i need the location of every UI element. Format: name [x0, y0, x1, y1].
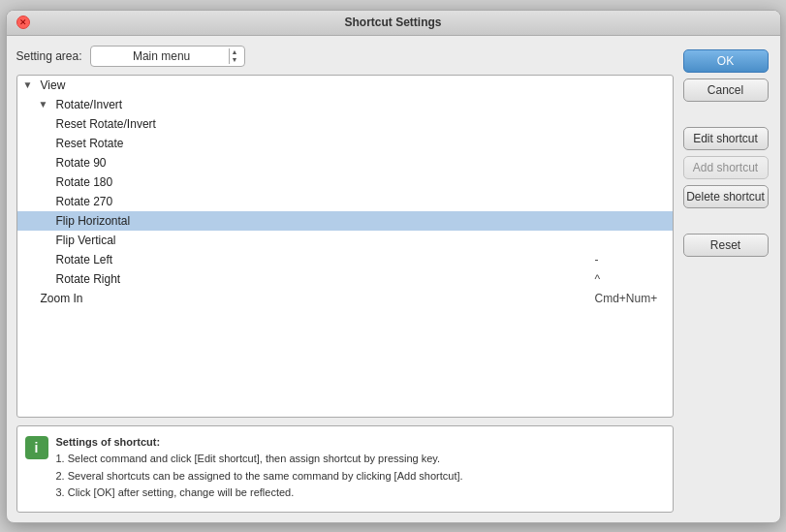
expand-arrow-view: ▼ — [21, 79, 35, 90]
rotate-180-label: Rotate 180 — [52, 175, 595, 189]
right-panel: OK Cancel Edit shortcut Add shortcut Del… — [683, 46, 770, 513]
spinner-down[interactable]: ▼ — [232, 56, 238, 64]
edit-shortcut-button[interactable]: Edit shortcut — [683, 127, 769, 150]
tree-item-flip-vertical[interactable]: Flip Vertical — [17, 231, 673, 250]
zoom-in-label: Zoom In — [37, 292, 595, 305]
shortcut-settings-window: ✕ Shortcut Settings Setting area: Main m… — [6, 10, 781, 523]
tree-item-rotate-left[interactable]: Rotate Left - — [17, 250, 673, 269]
tree-item-view[interactable]: ▼ View — [17, 76, 673, 95]
spinner-up[interactable]: ▲ — [232, 48, 238, 56]
setting-area-select[interactable]: Main menu ▲ ▼ — [90, 46, 245, 67]
setting-area-row: Setting area: Main menu ▲ ▼ — [16, 46, 674, 67]
setting-area-label: Setting area: — [16, 49, 82, 63]
tree-item-rotate-invert[interactable]: ▼ Rotate/Invert — [17, 95, 673, 114]
view-label: View — [37, 78, 673, 92]
flip-vertical-label: Flip Vertical — [52, 234, 595, 247]
tree-item-flip-horizontal[interactable]: Flip Horizontal — [17, 211, 673, 231]
info-line-1: 1. Select command and click [Edit shortc… — [56, 453, 441, 464]
tree-item-rotate-right[interactable]: Rotate Right ^ — [17, 269, 673, 289]
tree-item-rotate-270[interactable]: Rotate 270 — [17, 192, 673, 211]
left-panel: Setting area: Main menu ▲ ▼ ▼ View — [16, 46, 674, 513]
info-icon: i — [25, 436, 48, 459]
rotate-270-label: Rotate 270 — [52, 195, 595, 208]
info-title: Settings of shortcut: — [56, 436, 161, 448]
tree-item-rotate-180[interactable]: Rotate 180 — [17, 172, 673, 192]
info-box: i Settings of shortcut: 1. Select comman… — [16, 425, 674, 513]
title-bar: ✕ Shortcut Settings — [7, 11, 780, 36]
expand-arrow-rotate-invert: ▼ — [37, 99, 50, 110]
close-button[interactable]: ✕ — [16, 16, 30, 29]
tree-panel: ▼ View ▼ Rotate/Invert Reset Rotate/Inve… — [16, 75, 674, 418]
tree-item-rotate-90[interactable]: Rotate 90 — [17, 153, 673, 172]
tree-item-reset-rotate-invert[interactable]: Reset Rotate/Invert — [17, 114, 673, 134]
spacer1 — [683, 108, 770, 121]
reset-rotate-label: Reset Rotate — [52, 137, 595, 150]
info-line-2: 2. Several shortcuts can be assigned to … — [56, 470, 463, 482]
reset-button[interactable]: Reset — [683, 234, 769, 257]
rotate-right-label: Rotate Right — [52, 272, 595, 286]
cancel-button[interactable]: Cancel — [683, 78, 769, 102]
info-line-3: 3. Click [OK] after setting, change will… — [56, 486, 295, 498]
ok-button[interactable]: OK — [683, 49, 769, 73]
tree-item-zoom-in[interactable]: Zoom In Cmd+Num+ — [17, 289, 673, 308]
reset-rotate-invert-label: Reset Rotate/Invert — [52, 117, 595, 131]
setting-area-value: Main menu — [95, 49, 229, 63]
delete-shortcut-button[interactable]: Delete shortcut — [683, 185, 769, 208]
window-title: Shortcut Settings — [344, 16, 441, 29]
flip-horizontal-label: Flip Horizontal — [52, 214, 595, 228]
add-shortcut-button[interactable]: Add shortcut — [683, 156, 769, 179]
rotate-90-label: Rotate 90 — [52, 156, 595, 170]
tree-item-reset-rotate[interactable]: Reset Rotate — [17, 134, 673, 153]
tree-scroll[interactable]: ▼ View ▼ Rotate/Invert Reset Rotate/Inve… — [17, 76, 673, 417]
rotate-invert-label: Rotate/Invert — [52, 98, 673, 111]
spinner: ▲ ▼ — [229, 48, 240, 64]
rotate-left-label: Rotate Left — [52, 253, 595, 266]
info-text: Settings of shortcut: 1. Select command … — [56, 434, 463, 504]
main-content: Setting area: Main menu ▲ ▼ ▼ View — [7, 36, 780, 522]
spacer2 — [683, 214, 770, 228]
